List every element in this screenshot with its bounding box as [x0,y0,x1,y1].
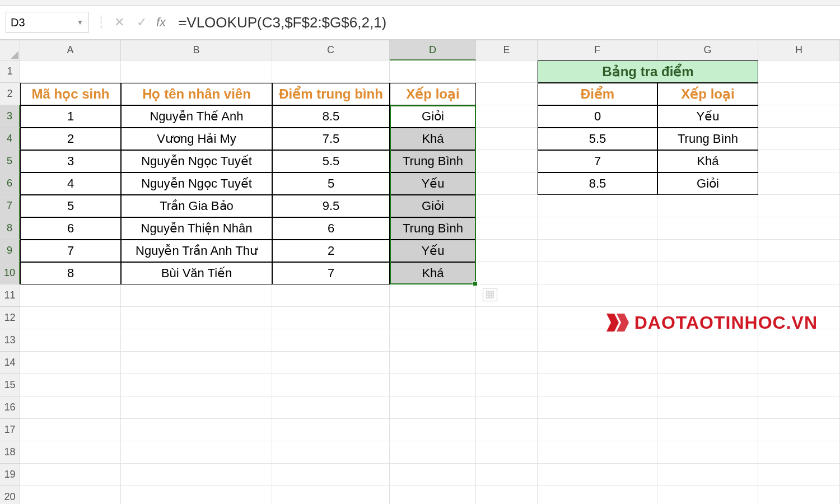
cell[interactable] [538,217,657,240]
cell[interactable] [20,329,121,352]
cell[interactable] [476,486,538,504]
cell[interactable] [538,240,657,262]
row-header-15[interactable]: 15 [0,374,20,396]
cell[interactable] [20,486,121,504]
cell[interactable] [657,419,758,441]
cell[interactable]: 6 [20,217,121,240]
cell[interactable] [476,396,538,419]
row-header-11[interactable]: 11 [0,284,20,307]
cell[interactable] [657,284,758,307]
cell[interactable] [272,374,390,396]
column-header-B[interactable]: B [121,40,272,60]
cell[interactable] [657,262,758,284]
column-header-G[interactable]: G [657,40,758,60]
cell[interactable] [272,352,390,374]
cell[interactable] [272,60,390,83]
cell[interactable] [758,60,840,83]
cell[interactable] [476,172,538,195]
row-header-2[interactable]: 2 [0,83,20,105]
cell[interactable] [476,329,538,352]
cell[interactable] [476,240,538,262]
cell[interactable] [121,374,272,396]
cell[interactable] [20,307,121,329]
cell[interactable] [390,374,476,396]
cell[interactable] [20,374,121,396]
cell[interactable] [476,307,538,329]
cell[interactable]: 5 [272,172,390,195]
cell[interactable] [758,464,840,486]
cell[interactable]: 5.5 [272,150,390,172]
cell[interactable] [390,60,476,83]
cell[interactable] [758,441,840,464]
cell[interactable] [390,419,476,441]
cell[interactable] [476,352,538,374]
cell[interactable] [390,329,476,352]
cell[interactable] [121,464,272,486]
cell[interactable] [476,374,538,396]
cell[interactable]: Nguyễn Ngọc Tuyết [121,150,272,172]
cell[interactable]: 7 [272,262,390,284]
row-header-8[interactable]: 8 [0,217,20,240]
cell[interactable] [657,217,758,240]
cell[interactable]: Trung Bình [657,128,758,150]
cell[interactable] [657,352,758,374]
cell[interactable] [272,464,390,486]
cell[interactable] [20,352,121,374]
cell[interactable] [476,60,538,83]
cell[interactable]: 2 [20,128,121,150]
row-header-7[interactable]: 7 [0,195,20,217]
column-header-H[interactable]: H [758,40,840,60]
row-header-12[interactable]: 12 [0,307,20,329]
fx-icon[interactable]: fx [156,15,166,30]
cell[interactable] [538,441,657,464]
cell[interactable] [476,150,538,172]
cell[interactable] [538,419,657,441]
cell[interactable] [390,396,476,419]
column-header-F[interactable]: F [538,40,657,60]
row-header-19[interactable]: 19 [0,464,20,486]
row-header-20[interactable]: 20 [0,486,20,504]
cell[interactable] [657,441,758,464]
cell[interactable]: 8.5 [538,172,657,195]
row-header-1[interactable]: 1 [0,60,20,83]
cell[interactable]: Vương Hải My [121,128,272,150]
cell[interactable] [20,284,121,307]
row-header-6[interactable]: 6 [0,172,20,195]
cell[interactable] [390,486,476,504]
cell[interactable]: 5.5 [538,128,657,150]
row-header-13[interactable]: 13 [0,329,20,352]
cell[interactable]: Khá [390,128,476,150]
name-box[interactable]: D3 ▼ [6,12,88,33]
cell[interactable]: 9.5 [272,195,390,217]
cell[interactable] [657,396,758,419]
cell[interactable] [121,486,272,504]
cell[interactable] [390,352,476,374]
cell[interactable] [121,329,272,352]
cell[interactable] [758,262,840,284]
cell[interactable]: 2 [272,240,390,262]
cell[interactable] [476,262,538,284]
cell[interactable] [476,128,538,150]
confirm-formula-icon[interactable]: ✓ [130,12,153,32]
cancel-formula-icon[interactable]: ✕ [108,12,130,32]
cell[interactable] [121,352,272,374]
cell[interactable]: Mã học sinh [20,83,121,105]
cell[interactable] [476,441,538,464]
cell-grid[interactable]: Mã học sinhHọ tên nhân viênĐiểm trung bì… [20,60,840,504]
cell[interactable]: 3 [20,150,121,172]
cell[interactable] [758,396,840,419]
cell[interactable] [758,486,840,504]
cell[interactable] [272,486,390,504]
cell[interactable] [390,441,476,464]
cell[interactable] [538,486,657,504]
cell[interactable] [758,195,840,217]
column-header-E[interactable]: E [476,40,538,60]
cell[interactable]: Trung Bình [390,150,476,172]
row-header-18[interactable]: 18 [0,441,20,464]
cell[interactable]: Nguyễn Ngọc Tuyết [121,172,272,195]
cell[interactable] [390,284,476,307]
row-header-9[interactable]: 9 [0,240,20,262]
cell[interactable] [121,284,272,307]
cell[interactable] [476,217,538,240]
cell[interactable] [538,396,657,419]
